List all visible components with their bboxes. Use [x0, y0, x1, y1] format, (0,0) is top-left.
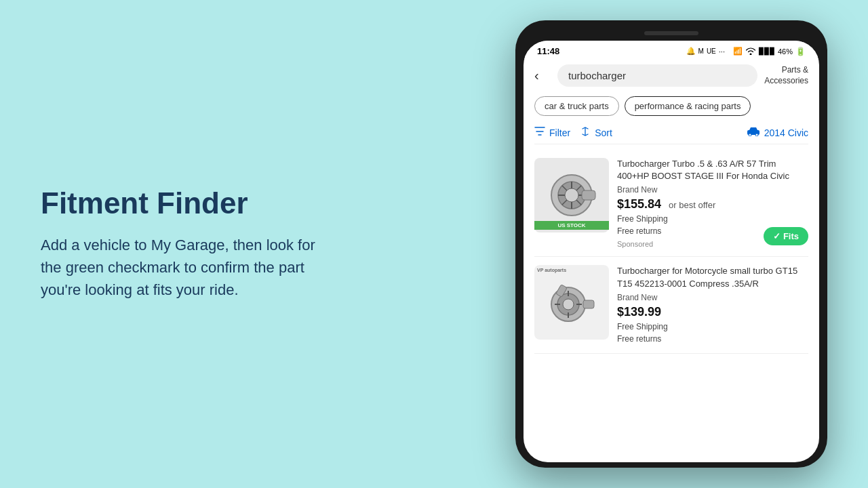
status-time: 11:48: [537, 46, 559, 56]
phone-frame: 11:48 🔔 M UE ··· 📶 ▉▉▉ 46% 🔋 ‹ turbochar…: [515, 20, 827, 468]
filter-label: Filter: [549, 127, 570, 138]
product-shipping-2: Free Shipping Free returns: [617, 321, 808, 345]
back-button[interactable]: ‹: [534, 68, 551, 83]
vehicle-label: 2014 Civic: [764, 127, 808, 138]
product-image-wrapper-1: US STOCK: [534, 158, 609, 232]
app-header: ‹ turbocharger Parts &Accessories: [534, 59, 808, 91]
app-content: ‹ turbocharger Parts &Accessories car & …: [524, 59, 819, 462]
status-bar: 11:48 🔔 M UE ··· 📶 ▉▉▉ 46% 🔋: [524, 41, 819, 59]
product-condition-1: Brand New: [617, 185, 808, 195]
status-icons: 🔔 M UE ··· 📶 ▉▉▉ 46% 🔋: [686, 47, 806, 56]
vp-autoparts-label: VP autoparts: [537, 268, 566, 272]
product-card-1[interactable]: US STOCK Turbocharger Turbo .5 & .63 A/R…: [534, 150, 808, 257]
product-image-2: [534, 265, 609, 340]
battery-percent: 46%: [778, 47, 793, 56]
main-heading: Fitment Finder: [41, 187, 339, 220]
parts-accessories-label: Parts &Accessories: [764, 65, 808, 86]
alarm-icon: 🔔: [686, 47, 696, 56]
product-condition-2: Brand New: [617, 293, 808, 302]
svg-point-2: [755, 134, 758, 136]
filter-icon: [534, 127, 545, 138]
sort-button[interactable]: Sort: [581, 127, 612, 138]
car-icon: [747, 127, 760, 138]
svg-point-17: [563, 299, 574, 310]
signal-icon: ▉▉▉: [759, 47, 775, 55]
price-value-1: $155.84: [617, 197, 661, 211]
battery-icon: 📶: [733, 47, 743, 56]
sort-label: Sort: [595, 127, 612, 138]
product-card-2[interactable]: VP autoparts Turbocharger for Motorcycle…: [534, 257, 808, 353]
svg-point-1: [749, 134, 751, 136]
sort-icon: [581, 127, 591, 138]
left-panel: Fitment Finder Add a vehicle to My Garag…: [41, 187, 366, 300]
filter-button[interactable]: Filter: [534, 127, 570, 138]
notification-icon: M: [698, 47, 704, 55]
product-title-1: Turbocharger Turbo .5 & .63 A/R 57 Trim …: [617, 158, 808, 182]
product-image-wrapper-2: VP autoparts: [534, 265, 609, 340]
phone-notch-area: [524, 28, 819, 38]
price-value-2: $139.99: [617, 305, 661, 319]
search-bar[interactable]: turbocharger: [557, 64, 757, 87]
dots-icon: ···: [719, 47, 725, 56]
best-offer-1: or best offer: [669, 200, 715, 210]
product-title-2: Turbocharger for Motorcycle small turbo …: [617, 265, 808, 289]
us-stock-label: US STOCK: [534, 221, 609, 230]
fits-badge-1[interactable]: ✓ Fits: [764, 227, 808, 245]
wifi-icon: [745, 47, 756, 56]
main-description: Add a vehicle to My Garage, then look fo…: [41, 234, 339, 301]
filter-bar: Filter Sort 2014 Civic: [534, 121, 808, 144]
svg-rect-22: [583, 300, 594, 308]
pill-performance[interactable]: performance & racing parts: [625, 96, 751, 116]
vehicle-button[interactable]: 2014 Civic: [747, 127, 808, 138]
product-price-2: $139.99: [617, 305, 808, 319]
svg-rect-14: [582, 190, 595, 200]
product-price-1: $155.84 or best offer: [617, 197, 808, 211]
phone-notch: [644, 31, 698, 35]
product-info-2: Turbocharger for Motorcycle small turbo …: [617, 265, 808, 344]
pill-car-truck[interactable]: car & truck parts: [534, 96, 619, 116]
category-pills: car & truck parts performance & racing p…: [534, 91, 808, 121]
filter-sort-group: Filter Sort: [534, 127, 612, 138]
ue-icon: UE: [707, 47, 716, 55]
battery-indicator: 🔋: [795, 47, 806, 56]
phone-screen: 11:48 🔔 M UE ··· 📶 ▉▉▉ 46% 🔋 ‹ turbochar…: [524, 41, 819, 462]
product-list: US STOCK Turbocharger Turbo .5 & .63 A/R…: [534, 144, 808, 462]
